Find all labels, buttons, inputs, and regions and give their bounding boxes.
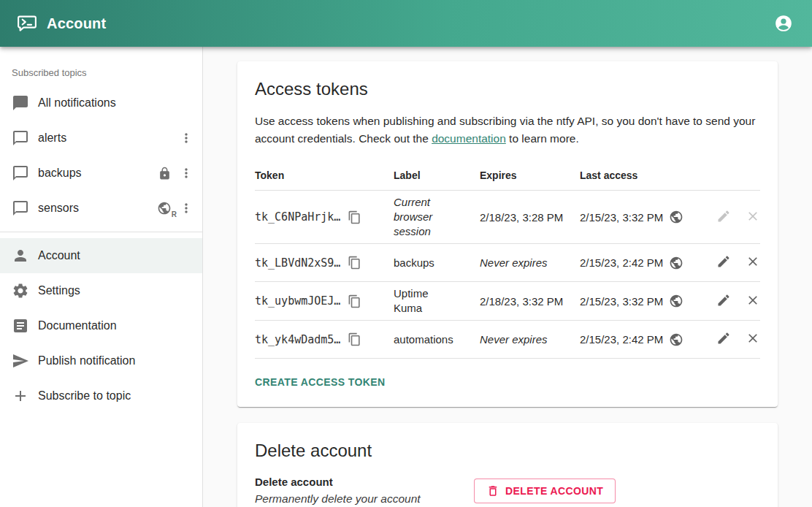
sidebar-divider [0,232,202,232]
sidebar-item-settings[interactable]: Settings [0,273,202,308]
topic-menu-icon[interactable] [179,131,194,145]
copy-icon[interactable] [348,332,361,346]
edit-token-icon[interactable] [716,293,731,308]
description-text: to learn more. [506,132,579,145]
sidebar: Subscribed topics All notifications aler… [0,47,203,507]
card-title: Delete account [255,441,760,461]
delete-account-card: Delete account Delete account Permanentl… [237,423,778,507]
sidebar-item-documentation[interactable]: Documentation [0,308,202,343]
delete-token-icon[interactable] [746,254,760,269]
column-header-last-access: Last access [580,158,691,191]
table-row: tk_yk4wDadm5… automations Never expires … [255,321,760,359]
table-row: tk_C6NPaHrjk… Current browser session 2/… [255,191,760,244]
lock-icon [158,167,172,180]
table-row: tk_uybwmJOEJ… Uptime Kuma 2/18/23, 3:32 … [255,282,760,321]
page-title: Account [47,15,106,32]
app-bar: Account [0,0,812,47]
edit-token-icon[interactable] [716,254,731,269]
edit-token-icon[interactable] [716,331,731,346]
delete-account-row: Delete account Permanently delete your a… [255,476,760,507]
token-last-access: 2/15/23, 3:32 PM [580,211,663,224]
sidebar-item-label: sensors [38,202,157,215]
sidebar-item-all-notifications[interactable]: All notifications [0,85,202,121]
topic-menu-icon[interactable] [179,166,194,180]
edit-token-icon [716,209,731,224]
ntfy-logo-icon [16,12,38,34]
chat-bubble-filled-icon [12,94,29,112]
delete-token-icon[interactable] [746,331,760,346]
nav-list: Account Settings Documentation Publish n… [0,238,202,413]
plus-icon [12,387,29,405]
token-expires: Never expires [480,333,548,346]
copy-icon[interactable] [348,256,361,270]
chat-bubble-outline-icon [12,129,29,147]
token-last-access: 2/15/23, 2:42 PM [580,333,663,346]
token-label: backups [394,256,434,269]
sidebar-item-label: alerts [38,131,179,145]
sidebar-item-label: Publish notification [38,354,194,367]
sidebar-item-label: Documentation [38,319,194,332]
sidebar-item-label: backups [38,167,158,180]
person-icon [12,247,29,264]
reservation-globe-icon: R [157,201,172,216]
table-row: tk_LBVdN2xS9… backups Never expires 2/15… [255,244,760,282]
sidebar-item-account[interactable]: Account [0,238,202,273]
sidebar-item-sensors[interactable]: sensors R [0,191,202,226]
delete-token-icon [746,209,760,224]
column-header-actions [691,158,760,191]
sidebar-item-subscribe-to-topic[interactable]: Subscribe to topic [0,378,202,413]
sidebar-item-label: Settings [38,284,194,297]
token-value: tk_yk4wDadm5… [255,333,340,346]
column-header-expires: Expires [480,158,580,191]
card-title: Access tokens [255,79,760,99]
copy-icon[interactable] [348,210,361,224]
access-tokens-card: Access tokens Use access tokens when pub… [237,61,778,407]
globe-icon [669,256,683,270]
token-value: tk_uybwmJOEJ… [255,294,340,308]
sidebar-item-publish-notification[interactable]: Publish notification [0,343,202,378]
sidebar-item-label: Account [38,249,194,262]
table-header-row: Token Label Expires Last access [255,158,760,191]
documentation-link[interactable]: documentation [432,132,506,145]
main-content: Access tokens Use access tokens when pub… [203,47,812,507]
sidebar-item-label: Subscribe to topic [38,389,194,403]
access-tokens-table: Token Label Expires Last access tk_C6NPa… [255,158,760,359]
token-last-access: 2/15/23, 2:42 PM [580,256,663,269]
chat-bubble-outline-icon [12,164,29,182]
sidebar-item-alerts[interactable]: alerts [0,121,202,156]
topic-menu-icon[interactable] [179,201,194,216]
token-value: tk_LBVdN2xS9… [255,256,340,270]
globe-icon [669,294,683,308]
token-label: automations [394,333,453,346]
copy-icon[interactable] [348,294,361,308]
token-last-access: 2/15/23, 3:32 PM [580,295,663,308]
globe-icon [669,210,683,224]
chat-bubble-outline-icon [12,199,29,217]
reservation-badge: R [172,210,177,218]
column-header-token: Token [255,158,394,191]
column-header-label: Label [394,158,480,191]
sidebar-item-label: All notifications [38,96,194,110]
token-label: Uptime Kuma [394,286,439,316]
send-icon [12,352,29,370]
delete-token-icon[interactable] [746,293,760,308]
delete-account-row-subtitle: Permanently delete your account [255,492,474,506]
subscribed-topics-label: Subscribed topics [12,67,191,78]
delete-account-row-title: Delete account [255,476,474,488]
token-expires: 2/18/23, 3:32 PM [480,295,563,308]
topic-list: All notifications alerts backups [0,85,202,226]
delete-account-button[interactable]: DELETE ACCOUNT [474,479,616,503]
article-icon [12,317,29,335]
card-description: Use access tokens when publishing and su… [255,113,760,148]
token-value: tk_C6NPaHrjk… [255,210,340,224]
token-expires: Never expires [480,256,548,269]
globe-icon [669,332,683,347]
delete-account-button-label: DELETE ACCOUNT [505,485,603,497]
token-label: Current browser session [394,195,446,239]
account-menu-button[interactable] [771,11,796,36]
create-access-token-button[interactable]: CREATE ACCESS TOKEN [255,376,385,388]
account-circle-icon [774,14,793,33]
token-expires: 2/18/23, 3:28 PM [480,211,563,224]
trash-icon [486,484,499,498]
sidebar-item-backups[interactable]: backups [0,156,202,191]
